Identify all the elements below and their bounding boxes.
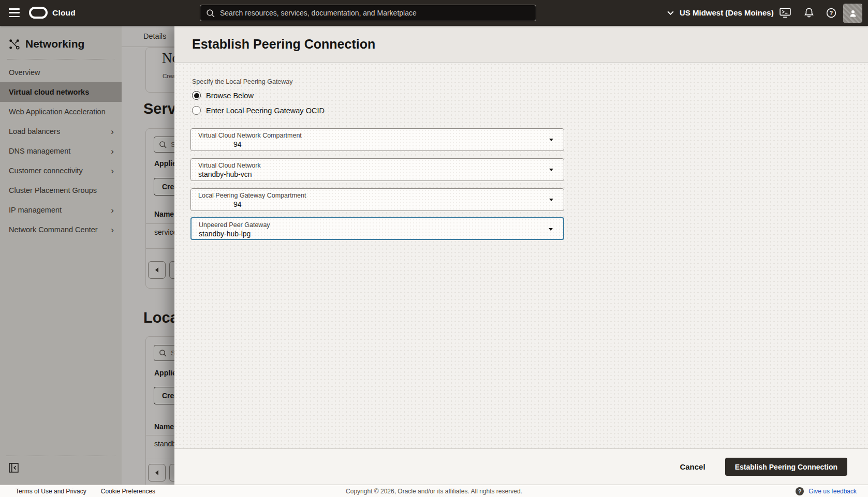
search-icon bbox=[206, 9, 215, 18]
vcn-select[interactable]: Virtual Cloud Network standby-hub-vcn bbox=[190, 158, 564, 181]
help-icon[interactable]: ? bbox=[826, 8, 836, 18]
panel-header: Establish Peering Connection bbox=[174, 26, 868, 63]
radio-selected-icon[interactable] bbox=[192, 91, 201, 100]
chevron-down-icon bbox=[549, 199, 553, 201]
chevron-down-icon bbox=[549, 139, 553, 141]
page-footer: Terms of Use and Privacy Cookie Preferen… bbox=[0, 485, 868, 497]
give-feedback-link[interactable]: Give us feedback bbox=[808, 488, 857, 495]
brand-label: Cloud bbox=[52, 8, 76, 18]
hamburger-menu-icon[interactable] bbox=[9, 8, 20, 17]
person-icon bbox=[848, 8, 858, 19]
vcn-compartment-select[interactable]: Virtual Cloud Network Compartment 94 bbox=[190, 128, 564, 151]
oci-console: Details No Crea Servi Applied Create Nam… bbox=[0, 0, 868, 497]
modal-dim-overlay[interactable] bbox=[0, 26, 174, 485]
user-avatar[interactable] bbox=[843, 4, 862, 23]
chevron-down-icon bbox=[549, 169, 553, 171]
chevron-down-icon[interactable] bbox=[667, 11, 674, 16]
cancel-button[interactable]: Cancel bbox=[680, 462, 705, 471]
cookie-preferences-link[interactable]: Cookie Preferences bbox=[101, 488, 155, 495]
global-search-input[interactable] bbox=[220, 9, 530, 17]
panel-title: Establish Peering Connection bbox=[192, 37, 375, 52]
unpeered-peer-gateway-select[interactable]: Unpeered Peer Gateway standby-hub-lpg bbox=[190, 217, 564, 240]
cloud-shell-icon[interactable] bbox=[779, 8, 791, 18]
footer-feedback: ? Give us feedback bbox=[796, 487, 857, 495]
panel-action-bar: Cancel Establish Peering Connection bbox=[174, 448, 868, 485]
svg-text:?: ? bbox=[830, 10, 833, 16]
top-navigation-bar: Cloud US Midwest (Des Moines) ? bbox=[0, 0, 868, 26]
global-search-box[interactable] bbox=[200, 5, 536, 21]
lpg-compartment-select[interactable]: Local Peering Gateway Compartment 94 bbox=[190, 188, 564, 211]
copyright-text: Copyright © 2026, Oracle and/or its affi… bbox=[346, 488, 522, 495]
specify-gateway-label: Specify the Local Peering Gateway bbox=[192, 78, 293, 85]
establish-peering-connection-button[interactable]: Establish Peering Connection bbox=[725, 458, 847, 476]
footer-links: Terms of Use and Privacy Cookie Preferen… bbox=[0, 488, 155, 495]
feedback-help-icon[interactable]: ? bbox=[796, 487, 804, 495]
radio-browse-below[interactable]: Browse Below bbox=[192, 91, 254, 100]
terms-link[interactable]: Terms of Use and Privacy bbox=[16, 488, 86, 495]
chevron-down-icon bbox=[549, 228, 553, 231]
radio-unselected-icon[interactable] bbox=[192, 106, 201, 115]
region-selector[interactable]: US Midwest (Des Moines) bbox=[680, 8, 774, 17]
notifications-bell-icon[interactable] bbox=[804, 7, 814, 18]
establish-peering-connection-panel: Establish Peering Connection Specify the… bbox=[174, 26, 868, 485]
panel-body: Specify the Local Peering Gateway Browse… bbox=[174, 63, 868, 448]
oracle-logo[interactable] bbox=[29, 7, 48, 19]
radio-enter-ocid[interactable]: Enter Local Peering Gateway OCID bbox=[192, 106, 325, 115]
